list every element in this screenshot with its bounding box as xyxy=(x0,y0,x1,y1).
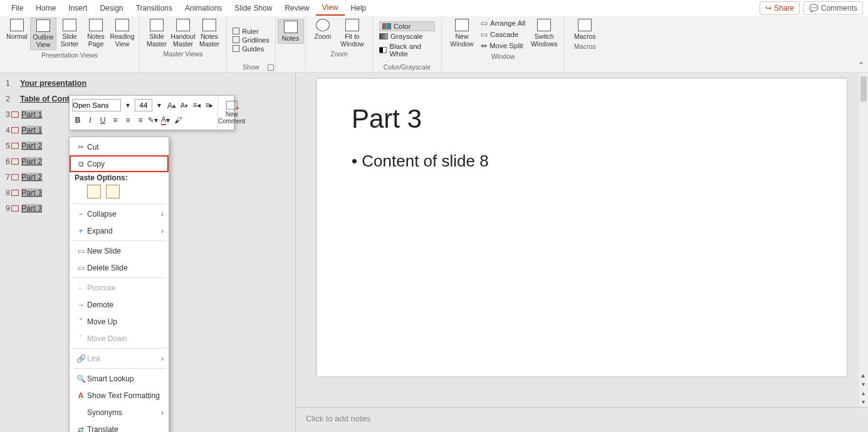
format-painter-button[interactable]: 🖌 xyxy=(172,115,184,126)
ctx-promote: ←Promote xyxy=(70,279,169,296)
shrink-font-button[interactable]: A▾ xyxy=(179,100,190,111)
color-button[interactable]: Color xyxy=(379,21,435,31)
group-label: Master Views xyxy=(144,49,222,59)
ctx-delete-slide[interactable]: ▭Delete Slide xyxy=(70,259,169,276)
align-right-button[interactable]: ≡ xyxy=(135,115,146,126)
handout-master-button[interactable]: Handout Master xyxy=(170,18,196,49)
comments-button[interactable]: 💬 Comments xyxy=(803,1,863,15)
slide-sorter-button[interactable]: Slide Sorter xyxy=(56,18,83,50)
tab-animations[interactable]: Animations xyxy=(179,1,228,15)
new-window-button[interactable]: New Window xyxy=(446,18,478,51)
switch-windows-button[interactable]: Switch Windows xyxy=(528,18,560,51)
bold-button[interactable]: B xyxy=(72,115,83,126)
grow-font-button[interactable]: A▴ xyxy=(166,100,177,111)
arrow-up-icon: ˄ xyxy=(75,317,87,326)
chevron-right-icon: › xyxy=(161,227,164,235)
grayscale-button[interactable]: Grayscale xyxy=(379,31,435,41)
paste-text-only[interactable] xyxy=(106,185,120,198)
split-icon: ⇔ xyxy=(481,41,487,50)
notes-page-button[interactable]: Notes Page xyxy=(83,18,109,50)
italic-button[interactable]: I xyxy=(85,115,96,126)
align-center-button[interactable]: ≡ xyxy=(122,115,133,126)
slide-area: Part 3 • Content of slide 8 ▲▾▴▾ Click t… xyxy=(296,73,868,432)
new-comment-button[interactable]: New Comment xyxy=(217,96,245,130)
collapse-ribbon-button[interactable]: ⌃ xyxy=(858,61,864,69)
ctx-smart-lookup[interactable]: 🔍Smart Lookup xyxy=(70,370,169,387)
increase-indent-button[interactable]: ≡▸ xyxy=(204,100,215,111)
group-label: Zoom xyxy=(310,49,369,59)
ctx-show-text-formatting[interactable]: AShow Text Formatting xyxy=(70,387,169,404)
ctx-synonyms[interactable]: Synonyms› xyxy=(70,404,169,421)
font-size-dropdown[interactable]: ▾ xyxy=(154,100,165,111)
chevron-right-icon: › xyxy=(161,210,164,219)
notes-button[interactable]: Notes xyxy=(278,19,304,44)
group-window: New Window ▭Arrange All ▭Cascade ⇔Move S… xyxy=(442,16,565,72)
zoom-nav[interactable]: ▲▾▴▾ xyxy=(859,372,867,406)
tab-slideshow[interactable]: Slide Show xyxy=(228,1,278,15)
tab-home[interactable]: Home xyxy=(29,1,62,15)
share-button[interactable]: ↪ Share xyxy=(760,1,800,15)
decrease-indent-button[interactable]: ≡◂ xyxy=(191,100,202,111)
ctx-cut[interactable]: ✂Cut xyxy=(70,138,169,155)
tab-design[interactable]: Design xyxy=(93,1,129,15)
outline-view-button[interactable]: Outline View xyxy=(30,18,56,50)
ctx-paste-options: Paste Options: xyxy=(70,172,169,202)
font-name-combo[interactable] xyxy=(72,99,121,111)
notes-pane[interactable]: Click to add notes xyxy=(296,407,868,432)
arrow-left-icon: ← xyxy=(75,284,87,292)
slide-body[interactable]: • Content of slide 8 xyxy=(352,152,812,171)
group-zoom: Zoom Fit to Window Zoom xyxy=(306,16,373,72)
tab-review[interactable]: Review xyxy=(278,1,315,15)
tab-view[interactable]: View xyxy=(316,1,345,16)
ctx-link: 🔗Link› xyxy=(70,350,169,367)
slide-master-button[interactable]: Slide Master xyxy=(144,18,170,49)
gridlines-checkbox[interactable]: Gridlines xyxy=(233,36,269,44)
font-size-combo[interactable] xyxy=(135,99,152,111)
outline-item[interactable]: 1Your presentation xyxy=(0,75,295,91)
normal-view-button[interactable]: Normal xyxy=(4,18,30,50)
group-master-views: Slide Master Handout Master Notes Master… xyxy=(140,16,227,72)
ctx-copy[interactable]: ⧉Copy xyxy=(70,155,169,172)
ctx-expand[interactable]: +Expand› xyxy=(70,222,169,239)
ctx-collapse[interactable]: −Collapse› xyxy=(70,205,169,222)
font-color-button[interactable]: A▾ xyxy=(160,115,171,126)
group-label: Presentation Views xyxy=(4,50,135,60)
slide-title[interactable]: Part 3 xyxy=(352,104,812,134)
vertical-scrollbar[interactable] xyxy=(859,73,868,407)
guides-checkbox[interactable]: Guides xyxy=(233,44,269,53)
underline-button[interactable]: U xyxy=(97,115,108,126)
paste-keep-formatting[interactable] xyxy=(87,185,101,198)
tab-help[interactable]: Help xyxy=(345,1,373,15)
move-split-button[interactable]: ⇔Move Split xyxy=(481,40,525,51)
tab-insert[interactable]: Insert xyxy=(62,1,93,15)
new-comment-icon xyxy=(226,101,238,110)
ctx-move-up[interactable]: ˄Move Up xyxy=(70,313,169,330)
chevron-right-icon: › xyxy=(161,354,164,363)
ctx-new-slide[interactable]: ▭New Slide xyxy=(70,242,169,259)
text-format-icon: A xyxy=(75,391,87,400)
macros-button[interactable]: Macros xyxy=(568,18,601,41)
highlight-button[interactable]: ✎▾ xyxy=(147,115,159,126)
slide-canvas[interactable]: Part 3 • Content of slide 8 xyxy=(317,79,847,376)
fit-to-window-button[interactable]: Fit to Window xyxy=(336,18,369,49)
align-left-button[interactable]: ≡ xyxy=(110,115,121,126)
tab-transitions[interactable]: Transitions xyxy=(130,1,179,15)
slide-icon xyxy=(11,127,19,133)
delete-slide-icon: ▭ xyxy=(75,264,87,272)
ctx-translate[interactable]: ⇄Translate xyxy=(70,421,169,432)
group-label: Macros xyxy=(568,41,601,51)
search-icon: 🔍 xyxy=(75,374,87,383)
notes-master-button[interactable]: Notes Master xyxy=(196,18,222,49)
tab-file[interactable]: File xyxy=(5,1,29,15)
black-white-button[interactable]: Black and White xyxy=(379,41,435,59)
ctx-demote[interactable]: →Demote xyxy=(70,296,169,313)
font-name-dropdown[interactable]: ▾ xyxy=(122,100,133,111)
arrange-all-button[interactable]: ▭Arrange All xyxy=(481,18,525,29)
ruler-checkbox[interactable]: Ruler xyxy=(233,27,269,36)
reading-view-button[interactable]: Reading View xyxy=(109,18,135,50)
show-dialog-launcher[interactable] xyxy=(268,64,274,71)
zoom-button[interactable]: Zoom xyxy=(310,18,336,49)
cascade-button[interactable]: ▭Cascade xyxy=(481,29,525,40)
comments-label: Comments xyxy=(821,4,857,13)
comments-icon: 💬 xyxy=(809,4,818,13)
